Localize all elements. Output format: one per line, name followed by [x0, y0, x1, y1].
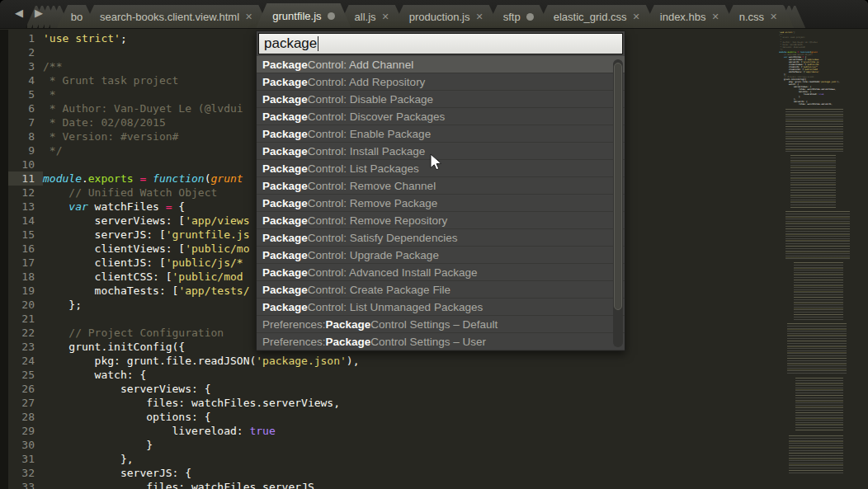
line-number: 11: [8, 172, 43, 186]
code-line[interactable]: 25 watch: {: [0, 368, 777, 382]
command-item[interactable]: Preferences: Package Control Settings – …: [257, 333, 625, 350]
nav-forward-icon[interactable]: ▶: [35, 7, 43, 19]
line-number: 27: [8, 396, 43, 410]
command-item[interactable]: Package Control: Upgrade Package: [257, 247, 625, 264]
tab-label: all.js: [355, 11, 376, 23]
line-number: 1: [8, 31, 43, 45]
minimap[interactable]: 'use strict';/** * Grunt task project * …: [779, 31, 861, 489]
command-item[interactable]: Package Control: Enable Package: [257, 125, 625, 143]
dirty-dot-icon: [526, 13, 534, 21]
line-number: 16: [8, 242, 43, 256]
code-line[interactable]: 31 },: [0, 452, 777, 466]
command-query: package: [264, 35, 317, 52]
line-number: 33: [8, 480, 43, 489]
close-icon[interactable]: ✕: [245, 12, 252, 21]
tab-label: sftp: [503, 11, 521, 23]
command-item[interactable]: Package Control: List Packages: [257, 160, 625, 177]
line-number: 7: [8, 115, 43, 129]
command-item[interactable]: Package Control: Discover Packages: [257, 108, 625, 125]
tab-index-hbs[interactable]: index.hbs✕: [644, 5, 736, 28]
line-number: 4: [8, 73, 43, 87]
tab-label: gruntfile.js: [272, 10, 321, 22]
tab-label: n.css: [739, 11, 764, 23]
line-number: 22: [8, 326, 43, 340]
close-icon[interactable]: ✕: [633, 12, 640, 21]
palette-scrollbar-thumb[interactable]: [614, 63, 622, 310]
palette-scrollbar[interactable]: [613, 59, 623, 347]
tab-nav: ◀ ▶: [15, 7, 43, 19]
line-number: 17: [8, 256, 43, 270]
line-number: 9: [8, 143, 43, 158]
text-caret: [318, 36, 318, 51]
command-item[interactable]: Package Control: Satisfy Dependencies: [257, 229, 625, 247]
code-line[interactable]: 27 files: watchFiles.serverViews,: [0, 396, 777, 410]
line-number: 10: [8, 158, 43, 172]
code-line[interactable]: 29 livereload: true: [0, 424, 777, 438]
line-number: 21: [8, 312, 43, 326]
line-number: 25: [8, 368, 43, 382]
command-item[interactable]: Package Control: Remove Repository: [257, 212, 625, 229]
tab-production-js[interactable]: production.js✕: [393, 5, 500, 28]
command-list: Package Control: Add ChannelPackage Cont…: [257, 56, 625, 350]
command-item[interactable]: Package Control: Disable Package: [257, 91, 625, 108]
nav-back-icon[interactable]: ◀: [15, 7, 23, 19]
tab-bar: ◀ ▶ bosearch-books.client.view.html✕grun…: [0, 0, 868, 29]
command-item[interactable]: Package Control: Add Channel: [257, 56, 625, 73]
command-item[interactable]: Package Control: Remove Package: [257, 195, 625, 212]
tab-label: search-books.client.view.html: [100, 11, 239, 23]
close-icon[interactable]: ✕: [711, 12, 719, 21]
line-number: 5: [8, 87, 43, 101]
minimap-code: 'use strict';/** * Grunt task project * …: [779, 31, 861, 106]
tab-label: index.hbs: [660, 11, 706, 23]
command-item[interactable]: Package Control: Add Repository: [257, 73, 625, 91]
command-item[interactable]: Package Control: List Unmanaged Packages: [257, 299, 625, 316]
line-number: 13: [8, 200, 43, 214]
code-line[interactable]: 30 }: [0, 438, 777, 452]
command-item[interactable]: Package Control: Advanced Install Packag…: [257, 264, 625, 281]
command-palette: package Package Control: Add ChannelPack…: [256, 31, 625, 351]
tab-label: elastic_grid.css: [554, 11, 627, 23]
code-line[interactable]: 33 files: watchFiles.serverJS,: [0, 480, 777, 489]
minimap-overflow-content: [779, 109, 861, 475]
line-number: 30: [8, 438, 43, 452]
command-input[interactable]: package: [258, 33, 623, 54]
tab-label: production.js: [409, 11, 470, 23]
line-number: 3: [8, 59, 43, 73]
line-number: 15: [8, 228, 43, 242]
line-number: 29: [8, 424, 43, 438]
dirty-dot-icon: [328, 12, 335, 20]
line-number: 23: [8, 340, 43, 354]
line-number: 14: [8, 214, 43, 228]
command-item[interactable]: Package Control: Remove Channel: [257, 177, 625, 195]
line-number: 32: [8, 466, 43, 480]
line-number: 12: [8, 186, 43, 200]
tab-gruntfile-js[interactable]: gruntfile.js: [256, 3, 351, 28]
sublime-window: ◀ ▶ bosearch-books.client.view.html✕grun…: [0, 0, 868, 489]
command-item[interactable]: Package Control: Create Package File: [257, 281, 625, 299]
line-number: 26: [8, 382, 43, 396]
code-line[interactable]: 24 pkg: grunt.file.readJSON('package.jso…: [0, 354, 777, 368]
tab-elastic-grid-css[interactable]: elastic_grid.css✕: [537, 5, 657, 28]
command-item[interactable]: Preferences: Package Control Settings – …: [257, 316, 625, 333]
tab-list: bosearch-books.client.view.html✕gruntfil…: [41, 0, 805, 28]
line-number: 19: [8, 284, 43, 298]
close-icon[interactable]: ✕: [770, 12, 777, 21]
code-line[interactable]: 32 serverJS: {: [0, 466, 777, 480]
command-item[interactable]: Package Control: Install Package: [257, 143, 625, 160]
tab-search-books-client-view-html[interactable]: search-books.client.view.html✕: [83, 5, 269, 28]
code-line[interactable]: 26 serverViews: {: [0, 382, 777, 396]
line-number: 8: [8, 129, 43, 143]
tab-label: bo: [71, 11, 83, 23]
line-number: 31: [8, 452, 43, 466]
line-number: 18: [8, 270, 43, 284]
line-number: 28: [8, 410, 43, 424]
line-number: 6: [8, 101, 43, 115]
close-icon[interactable]: ✕: [476, 12, 484, 21]
code-line[interactable]: 28 options: {: [0, 410, 777, 424]
close-icon[interactable]: ✕: [382, 12, 389, 21]
line-number: 24: [8, 354, 43, 368]
line-number: 2: [8, 45, 43, 59]
line-number: 20: [8, 298, 43, 312]
